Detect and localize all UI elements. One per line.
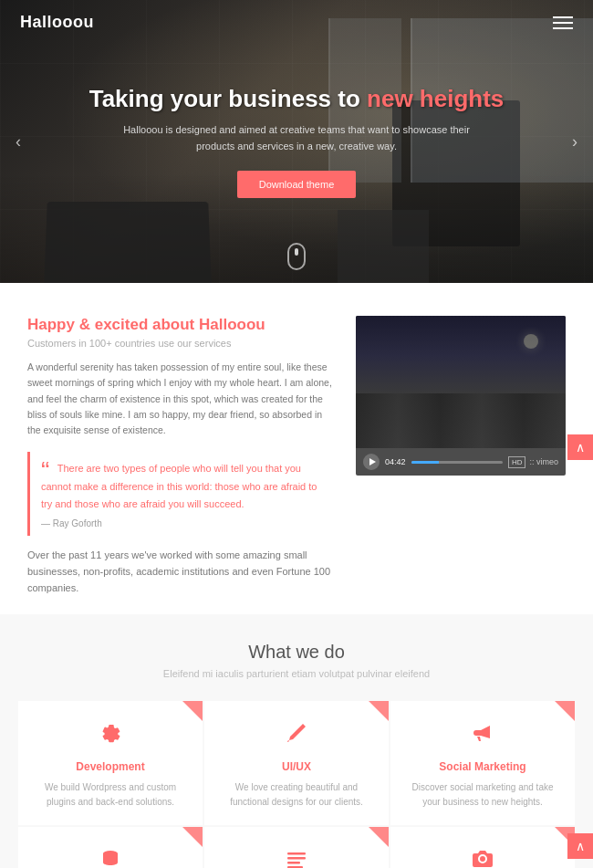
video-progress-bar[interactable]: [411, 461, 503, 464]
blockquote: “ There are two types of people who will…: [27, 452, 334, 536]
service-name-uiux: UI/UX: [219, 760, 374, 773]
what-we-do-title: What we do: [18, 642, 575, 663]
about-section: Happy & excited about Hallooou Customers…: [0, 283, 593, 614]
service-card-copy: Copywriting What you say and how you say…: [204, 827, 389, 868]
hero-title: Taking your business to new heights: [89, 85, 505, 113]
service-desc-social: Discover social marketing and take your …: [405, 780, 560, 809]
video-time: 04:42: [385, 457, 406, 466]
hd-badge: HD: [508, 456, 526, 468]
right-arrow-button[interactable]: ›: [564, 131, 586, 152]
svg-rect-1: [287, 852, 306, 855]
scroll-dot: [295, 248, 298, 256]
services-grid: Development We build Wordpress and custo…: [18, 701, 575, 868]
video-badges: HD :: vimeo: [508, 456, 558, 468]
megaphone-icon: [405, 721, 560, 753]
left-arrow-button[interactable]: ‹: [7, 131, 29, 152]
svg-rect-3: [287, 862, 300, 864]
hero-subtitle: Hallooou is designed and aimed at creati…: [123, 122, 470, 154]
camera-icon: [405, 847, 560, 868]
hamburger-menu-icon[interactable]: [553, 16, 573, 29]
service-card-development: Development We build Wordpress and custo…: [18, 701, 203, 825]
navbar: Hallooou: [0, 0, 593, 45]
scroll-to-top-button[interactable]: ∧: [567, 434, 593, 460]
service-name-development: Development: [33, 760, 188, 773]
what-we-do-section: What we do Eleifend mi iaculis parturien…: [0, 614, 593, 868]
play-button[interactable]: [363, 454, 380, 470]
what-we-do-subtitle: Eleifend mi iaculis parturient etiam vol…: [18, 668, 575, 679]
hero-content: Taking your business to new heights Hall…: [35, 85, 559, 198]
video-thumbnail: [356, 316, 566, 448]
video-controls: 04:42 HD :: vimeo: [356, 448, 566, 476]
about-body: A wonderful serenity has taken possessio…: [27, 360, 334, 439]
database-icon: [33, 847, 188, 868]
scroll-to-bottom-button[interactable]: ∧: [567, 833, 593, 859]
service-name-social: Social Marketing: [405, 760, 560, 773]
svg-rect-2: [287, 857, 306, 860]
service-card-uiux: UI/UX We love creating beautiful and fun…: [204, 701, 389, 825]
service-desc-uiux: We love creating beautiful and functiona…: [219, 780, 374, 809]
service-desc-development: We build Wordpress and custom plugins an…: [33, 780, 188, 809]
quote-mark: “: [41, 465, 49, 477]
scroll-indicator: [287, 243, 306, 270]
brush-icon: [219, 721, 374, 753]
quote-author: — Ray Goforth: [41, 518, 323, 528]
about-title: Happy & excited about Hallooou: [27, 316, 334, 334]
about-subtitle: Customers in 100+ countries use our serv…: [27, 338, 334, 349]
about-closing: Over the past 11 years we've worked with…: [27, 547, 334, 596]
download-theme-button[interactable]: Download theme: [237, 171, 357, 198]
hero-section: Hallooou Taking your business to new hei…: [0, 0, 593, 283]
about-content: Happy & excited about Hallooou Customers…: [27, 316, 334, 596]
service-card-system: System Design Every website needs the ri…: [18, 827, 203, 868]
service-card-photography: Photography Specializing in product and …: [390, 827, 575, 868]
service-card-social: Social Marketing Discover social marketi…: [390, 701, 575, 825]
vimeo-logo: :: vimeo: [529, 457, 558, 466]
video-player[interactable]: 04:42 HD :: vimeo: [356, 316, 566, 476]
video-progress-fill: [411, 461, 439, 464]
quote-text: There are two types of people who will t…: [41, 463, 317, 510]
nav-brand: Hallooou: [20, 13, 94, 32]
lines-icon: [219, 847, 374, 868]
gear-icon: [33, 721, 188, 753]
